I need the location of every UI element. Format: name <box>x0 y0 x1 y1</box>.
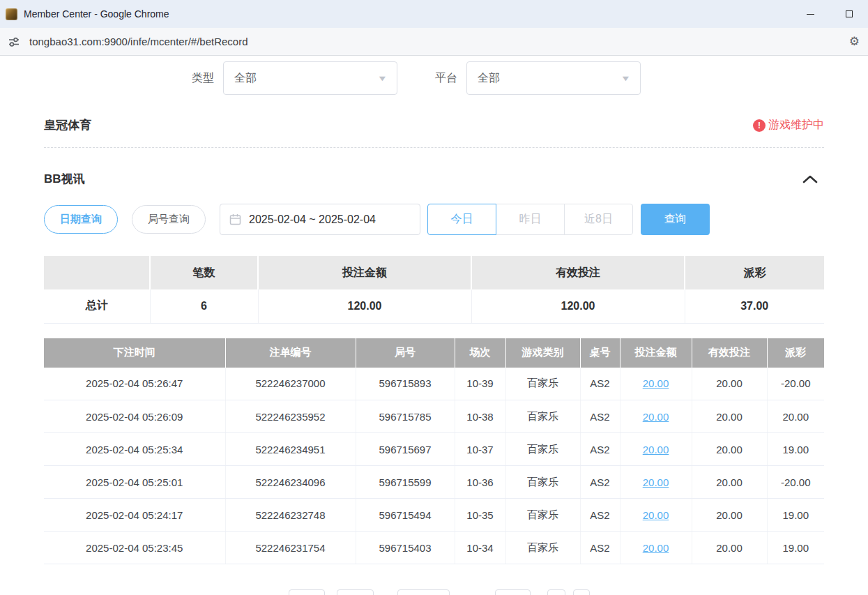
summary-header-cell: 投注金额 <box>258 256 471 289</box>
yesterday-button[interactable]: 昨日 <box>496 204 565 235</box>
date-range-picker[interactable]: 2025-02-04 ~ 2025-02-04 <box>220 204 420 235</box>
pagination-box[interactable] <box>547 589 565 595</box>
bet-table-header-cell: 场次 <box>455 338 505 368</box>
pagination-box[interactable] <box>289 589 325 595</box>
cell-valid-bet: 20.00 <box>692 400 767 433</box>
table-row: 2025-02-04 05:24:17522246232748596715494… <box>44 499 824 532</box>
settings-gear-icon[interactable]: ⚙ <box>849 34 860 49</box>
cell-round-no: 596715785 <box>356 400 455 433</box>
date-query-button[interactable]: 日期查询 <box>44 205 118 234</box>
bet-table-header-cell: 桌号 <box>580 338 620 368</box>
cell-bet-time: 2025-02-04 05:26:09 <box>44 400 225 433</box>
cell-payout: -20.00 <box>767 368 824 400</box>
cell-valid-bet: 20.00 <box>692 499 767 532</box>
pagination-box[interactable] <box>397 589 450 595</box>
cell-bet-amount: 20.00 <box>620 532 692 564</box>
bet-table-header-cell: 派彩 <box>767 338 824 368</box>
table-row: 2025-02-04 05:25:34522246234951596715697… <box>44 433 824 466</box>
platform-select-value: 全部 <box>478 71 500 86</box>
cell-bet-amount: 20.00 <box>620 433 692 466</box>
cell-bet-amount: 20.00 <box>620 400 692 433</box>
bet-amount-link[interactable]: 20.00 <box>643 444 669 455</box>
search-button[interactable]: 查询 <box>641 204 710 235</box>
cell-table-no: AS2 <box>580 433 620 466</box>
summary-header-cell: 有效投注 <box>471 256 685 289</box>
platform-select[interactable]: 全部 ▼ <box>466 61 641 95</box>
cell-game-type: 百家乐 <box>505 499 580 532</box>
date-range-value: 2025-02-04 ~ 2025-02-04 <box>249 213 376 226</box>
type-label: 类型 <box>192 71 214 86</box>
cell-round-no: 596715494 <box>356 499 455 532</box>
last-8-days-button[interactable]: 近8日 <box>564 204 633 235</box>
crown-sports-title: 皇冠体育 <box>44 117 91 133</box>
quick-range-group: 今日 昨日 近8日 <box>427 204 633 235</box>
summary-total-label: 总计 <box>44 289 150 323</box>
summary-header-empty <box>44 256 150 289</box>
cell-table-no: AS2 <box>580 400 620 433</box>
pagination-box[interactable] <box>495 589 531 595</box>
cell-bet-amount: 20.00 <box>620 499 692 532</box>
bet-amount-link[interactable]: 20.00 <box>643 377 669 389</box>
chevron-down-icon: ▼ <box>620 74 631 82</box>
minimize-button[interactable] <box>791 0 830 28</box>
bet-amount-link[interactable]: 20.00 <box>643 476 669 488</box>
window-controls <box>791 0 868 28</box>
pagination-box[interactable] <box>337 589 374 595</box>
cell-table-no: AS2 <box>580 499 620 532</box>
summary-table: 笔数投注金额有效投注派彩 总计 6 120.00 120.00 37.00 <box>44 256 824 324</box>
cell-bet-id: 522246235952 <box>225 400 356 433</box>
cell-bet-time: 2025-02-04 05:25:01 <box>44 466 225 499</box>
cell-valid-bet: 20.00 <box>692 433 767 466</box>
today-button[interactable]: 今日 <box>427 204 496 235</box>
cell-bet-id: 522246237000 <box>225 368 356 400</box>
cell-bet-time: 2025-02-04 05:24:17 <box>44 499 225 532</box>
table-row: 2025-02-04 05:26:09522246235952596715785… <box>44 400 824 433</box>
maintenance-badge: ! 游戏维护中 <box>753 118 824 133</box>
type-select[interactable]: 全部 ▼ <box>223 61 397 95</box>
site-settings-icon[interactable] <box>7 35 21 49</box>
cell-game-type: 百家乐 <box>505 368 580 400</box>
cell-valid-bet: 20.00 <box>692 532 767 564</box>
cell-bet-id: 522246234096 <box>225 466 356 499</box>
cell-bet-id: 522246231754 <box>225 532 356 564</box>
bet-table-body: 2025-02-04 05:26:47522246237000596715893… <box>44 368 824 564</box>
bet-amount-link[interactable]: 20.00 <box>643 542 669 554</box>
bet-table-header-cell: 有效投注 <box>692 338 767 368</box>
cell-payout: 19.00 <box>767 499 824 532</box>
round-query-button[interactable]: 局号查询 <box>132 205 206 234</box>
cell-bet-id: 522246234951 <box>225 433 356 466</box>
pagination-box[interactable] <box>573 589 590 595</box>
cell-game-type: 百家乐 <box>505 532 580 564</box>
cell-payout: 19.00 <box>767 433 824 466</box>
url-bar: tongbao31.com:9900/infe/mcenter/#/betRec… <box>0 28 868 56</box>
cell-session: 10-37 <box>455 433 505 466</box>
platform-label: 平台 <box>435 71 457 86</box>
table-row: 2025-02-04 05:26:47522246237000596715893… <box>44 368 824 400</box>
cell-game-type: 百家乐 <box>505 433 580 466</box>
cell-bet-amount: 20.00 <box>620 466 692 499</box>
cell-session: 10-35 <box>455 499 505 532</box>
collapse-chevron-icon[interactable] <box>802 174 818 184</box>
cell-payout: 20.00 <box>767 400 824 433</box>
cell-bet-time: 2025-02-04 05:25:34 <box>44 433 225 466</box>
address-input[interactable]: tongbao31.com:9900/infe/mcenter/#/betRec… <box>29 36 849 47</box>
window-titlebar: Member Center - Google Chrome <box>0 0 868 28</box>
table-row: 2025-02-04 05:25:01522246234096596715599… <box>44 466 824 499</box>
bet-table-header-cell: 局号 <box>356 338 455 368</box>
bet-amount-link[interactable]: 20.00 <box>643 411 669 423</box>
bet-amount-link[interactable]: 20.00 <box>643 509 669 521</box>
cell-session: 10-34 <box>455 532 505 564</box>
minimize-icon <box>807 14 814 15</box>
section-divider <box>44 147 824 148</box>
summary-header-row: 笔数投注金额有效投注派彩 <box>44 256 824 289</box>
summary-total-row: 总计 6 120.00 120.00 37.00 <box>44 289 824 323</box>
cell-valid-bet: 20.00 <box>692 466 767 499</box>
cell-session: 10-36 <box>455 466 505 499</box>
cell-round-no: 596715403 <box>356 532 455 564</box>
filter-row: 类型 全部 ▼ 平台 全部 ▼ <box>192 61 824 95</box>
crown-sports-section-header: 皇冠体育 ! 游戏维护中 <box>44 117 824 133</box>
calendar-icon <box>229 213 241 225</box>
bet-table-header-cell: 下注时间 <box>44 338 225 368</box>
summary-bet-amount: 120.00 <box>258 289 471 323</box>
maximize-button[interactable] <box>830 0 868 28</box>
